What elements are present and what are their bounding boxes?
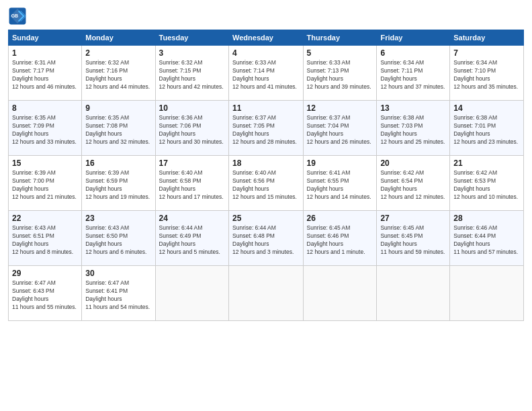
calendar-cell: 17 Sunrise: 6:40 AM Sunset: 6:58 PM Dayl… (155, 156, 228, 211)
calendar-week-2: 8 Sunrise: 6:35 AM Sunset: 7:09 PM Dayli… (9, 101, 524, 156)
day-number: 10 (159, 103, 225, 113)
day-number: 30 (85, 269, 151, 278)
calendar-cell: 14 Sunrise: 6:38 AM Sunset: 7:01 PM Dayl… (450, 101, 524, 156)
calendar-cell (450, 266, 524, 321)
day-content: Sunrise: 6:43 AM Sunset: 6:51 PM Dayligh… (12, 224, 78, 257)
calendar-table: Sunday Monday Tuesday Wednesday Thursday… (8, 30, 524, 321)
calendar-cell: 7 Sunrise: 6:34 AM Sunset: 7:10 PM Dayli… (450, 46, 524, 101)
day-content: Sunrise: 6:47 AM Sunset: 6:41 PM Dayligh… (85, 279, 151, 312)
calendar-cell: 26 Sunrise: 6:45 AM Sunset: 6:46 PM Dayl… (303, 211, 377, 266)
day-content: Sunrise: 6:46 AM Sunset: 6:44 PM Dayligh… (453, 224, 520, 257)
col-saturday: Saturday (450, 30, 524, 46)
day-content: Sunrise: 6:40 AM Sunset: 6:56 PM Dayligh… (232, 169, 300, 201)
calendar-cell: 12 Sunrise: 6:37 AM Sunset: 7:04 PM Dayl… (303, 101, 377, 156)
page-header: GB (8, 7, 524, 26)
calendar-week-1: 1 Sunrise: 6:31 AM Sunset: 7:17 PM Dayli… (9, 46, 524, 101)
day-number: 28 (453, 214, 520, 223)
calendar-cell: 9 Sunrise: 6:35 AM Sunset: 7:08 PM Dayli… (82, 101, 155, 156)
day-number: 2 (85, 48, 151, 58)
col-tuesday: Tuesday (155, 30, 228, 46)
col-friday: Friday (377, 30, 450, 46)
calendar-cell: 3 Sunrise: 6:32 AM Sunset: 7:15 PM Dayli… (155, 46, 228, 101)
calendar-cell: 18 Sunrise: 6:40 AM Sunset: 6:56 PM Dayl… (229, 156, 304, 211)
svg-text:GB: GB (11, 13, 19, 18)
calendar-header-row: Sunday Monday Tuesday Wednesday Thursday… (9, 30, 524, 46)
calendar-cell: 15 Sunrise: 6:39 AM Sunset: 7:00 PM Dayl… (9, 156, 82, 211)
day-content: Sunrise: 6:35 AM Sunset: 7:08 PM Dayligh… (85, 114, 151, 146)
calendar-cell: 27 Sunrise: 6:45 AM Sunset: 6:45 PM Dayl… (377, 211, 450, 266)
calendar-cell: 25 Sunrise: 6:44 AM Sunset: 6:48 PM Dayl… (229, 211, 304, 266)
day-content: Sunrise: 6:39 AM Sunset: 6:59 PM Dayligh… (85, 169, 151, 201)
day-content: Sunrise: 6:40 AM Sunset: 6:58 PM Dayligh… (159, 169, 225, 201)
col-thursday: Thursday (303, 30, 377, 46)
col-wednesday: Wednesday (229, 30, 304, 46)
calendar-cell: 21 Sunrise: 6:42 AM Sunset: 6:53 PM Dayl… (450, 156, 524, 211)
calendar-cell: 30 Sunrise: 6:47 AM Sunset: 6:41 PM Dayl… (82, 266, 155, 321)
day-content: Sunrise: 6:33 AM Sunset: 7:13 PM Dayligh… (307, 59, 373, 91)
day-content: Sunrise: 6:42 AM Sunset: 6:54 PM Dayligh… (380, 169, 446, 201)
day-number: 22 (12, 214, 78, 223)
day-number: 12 (307, 103, 373, 113)
day-content: Sunrise: 6:36 AM Sunset: 7:06 PM Dayligh… (159, 114, 225, 146)
day-number: 13 (380, 103, 446, 113)
day-content: Sunrise: 6:39 AM Sunset: 7:00 PM Dayligh… (12, 169, 78, 201)
day-number: 14 (453, 103, 520, 113)
day-content: Sunrise: 6:38 AM Sunset: 7:01 PM Dayligh… (453, 114, 520, 146)
day-number: 11 (232, 103, 300, 113)
calendar-cell: 6 Sunrise: 6:34 AM Sunset: 7:11 PM Dayli… (377, 46, 450, 101)
calendar-cell: 13 Sunrise: 6:38 AM Sunset: 7:03 PM Dayl… (377, 101, 450, 156)
day-content: Sunrise: 6:34 AM Sunset: 7:10 PM Dayligh… (453, 59, 520, 91)
page-container: GB Sunday Monday Tuesday Wednesday Thurs… (0, 0, 532, 411)
day-number: 6 (380, 48, 446, 58)
day-number: 7 (453, 48, 520, 58)
logo-icon: GB (8, 7, 27, 26)
day-content: Sunrise: 6:34 AM Sunset: 7:11 PM Dayligh… (380, 59, 446, 91)
day-content: Sunrise: 6:43 AM Sunset: 6:50 PM Dayligh… (85, 224, 151, 257)
day-number: 19 (307, 158, 373, 168)
calendar-cell: 8 Sunrise: 6:35 AM Sunset: 7:09 PM Dayli… (9, 101, 82, 156)
calendar-cell: 19 Sunrise: 6:41 AM Sunset: 6:55 PM Dayl… (303, 156, 377, 211)
day-content: Sunrise: 6:37 AM Sunset: 7:05 PM Dayligh… (232, 114, 300, 146)
day-number: 26 (307, 214, 373, 223)
day-number: 15 (12, 158, 78, 168)
calendar-cell: 28 Sunrise: 6:46 AM Sunset: 6:44 PM Dayl… (450, 211, 524, 266)
calendar-cell: 10 Sunrise: 6:36 AM Sunset: 7:06 PM Dayl… (155, 101, 228, 156)
day-content: Sunrise: 6:33 AM Sunset: 7:14 PM Dayligh… (232, 59, 300, 91)
day-content: Sunrise: 6:42 AM Sunset: 6:53 PM Dayligh… (453, 169, 520, 201)
calendar-cell: 24 Sunrise: 6:44 AM Sunset: 6:49 PM Dayl… (155, 211, 228, 266)
day-number: 23 (85, 214, 151, 223)
day-content: Sunrise: 6:32 AM Sunset: 7:16 PM Dayligh… (85, 59, 151, 91)
day-number: 16 (85, 158, 151, 168)
day-content: Sunrise: 6:45 AM Sunset: 6:46 PM Dayligh… (307, 224, 373, 257)
day-number: 1 (12, 48, 78, 58)
day-number: 25 (232, 214, 300, 223)
day-number: 5 (307, 48, 373, 58)
day-number: 20 (380, 158, 446, 168)
day-number: 29 (12, 269, 78, 278)
calendar-cell: 4 Sunrise: 6:33 AM Sunset: 7:14 PM Dayli… (229, 46, 304, 101)
calendar-cell: 5 Sunrise: 6:33 AM Sunset: 7:13 PM Dayli… (303, 46, 377, 101)
day-content: Sunrise: 6:41 AM Sunset: 6:55 PM Dayligh… (307, 169, 373, 201)
day-content: Sunrise: 6:32 AM Sunset: 7:15 PM Dayligh… (159, 59, 225, 91)
day-content: Sunrise: 6:35 AM Sunset: 7:09 PM Dayligh… (12, 114, 78, 146)
day-content: Sunrise: 6:38 AM Sunset: 7:03 PM Dayligh… (380, 114, 446, 146)
col-sunday: Sunday (9, 30, 82, 46)
day-content: Sunrise: 6:45 AM Sunset: 6:45 PM Dayligh… (380, 224, 446, 257)
day-number: 27 (380, 214, 446, 223)
calendar-cell: 2 Sunrise: 6:32 AM Sunset: 7:16 PM Dayli… (82, 46, 155, 101)
calendar-cell: 22 Sunrise: 6:43 AM Sunset: 6:51 PM Dayl… (9, 211, 82, 266)
day-number: 8 (12, 103, 78, 113)
calendar-cell (377, 266, 450, 321)
day-number: 3 (159, 48, 225, 58)
day-content: Sunrise: 6:31 AM Sunset: 7:17 PM Dayligh… (12, 59, 78, 91)
day-content: Sunrise: 6:47 AM Sunset: 6:43 PM Dayligh… (12, 279, 78, 312)
day-content: Sunrise: 6:44 AM Sunset: 6:49 PM Dayligh… (159, 224, 225, 257)
day-number: 4 (232, 48, 300, 58)
calendar-cell: 29 Sunrise: 6:47 AM Sunset: 6:43 PM Dayl… (9, 266, 82, 321)
calendar-week-4: 22 Sunrise: 6:43 AM Sunset: 6:51 PM Dayl… (9, 211, 524, 266)
day-number: 9 (85, 103, 151, 113)
calendar-cell: 16 Sunrise: 6:39 AM Sunset: 6:59 PM Dayl… (82, 156, 155, 211)
calendar-cell: 20 Sunrise: 6:42 AM Sunset: 6:54 PM Dayl… (377, 156, 450, 211)
calendar-week-3: 15 Sunrise: 6:39 AM Sunset: 7:00 PM Dayl… (9, 156, 524, 211)
day-number: 17 (159, 158, 225, 168)
